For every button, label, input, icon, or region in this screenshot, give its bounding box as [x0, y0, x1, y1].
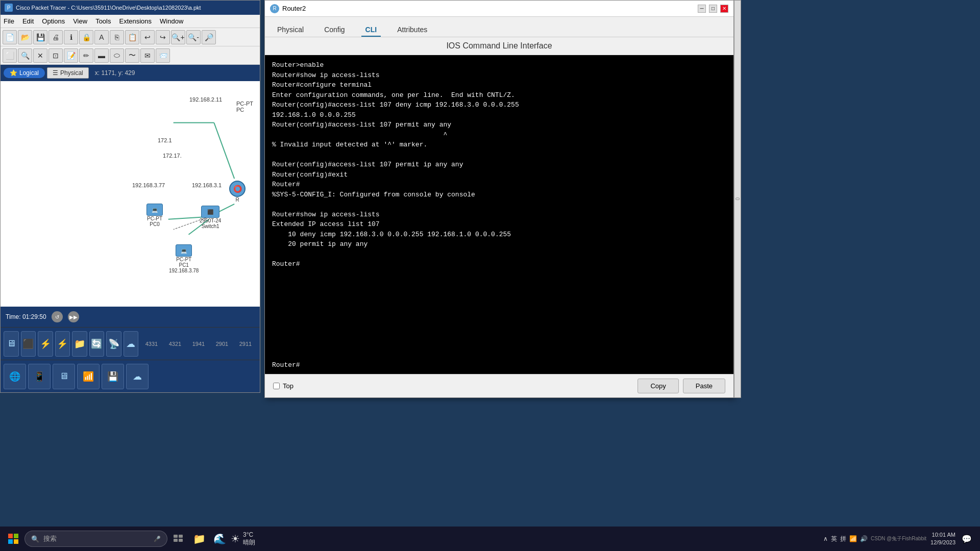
pc0-label2: PC0 [150, 221, 159, 227]
info-btn[interactable]: ℹ [64, 30, 78, 44]
svg-rect-11 [179, 535, 183, 538]
input-method[interactable]: 拼 [840, 535, 846, 543]
tab-attributes[interactable]: Attributes [393, 23, 431, 37]
network-canvas[interactable]: 192.168.2.11 PC-PT PC 172.1 172.17. 192.… [1, 81, 260, 307]
edge-browser-button[interactable]: 🌊 [210, 530, 229, 548]
note-btn[interactable]: 📝 [64, 48, 78, 63]
dev2-network[interactable]: 🌐 [4, 364, 26, 389]
search-btn[interactable]: 🔍 [18, 48, 32, 63]
device-toolbar: 🖥 ⬛ ⚡ ⚡ 📁 🔄 📡 ☁ 4331 4321 1941 2901 2911 [1, 327, 260, 360]
device-cloud-icon[interactable]: ☁ [124, 331, 139, 357]
top-checkbox[interactable] [273, 383, 280, 389]
expand-tray-icon[interactable]: ∧ [823, 535, 828, 542]
device-toolbar2: 🌐 📱 🖥 📶 💾 ☁ [1, 360, 260, 392]
redo-btn[interactable]: ↪ [156, 30, 170, 44]
tab-physical[interactable]: Physical [273, 23, 308, 37]
rect-btn[interactable]: ▬ [94, 48, 109, 63]
menu-file[interactable]: File [4, 17, 14, 25]
menu-tools[interactable]: Tools [95, 17, 111, 25]
paste-topo-btn[interactable]: 📋 [125, 30, 139, 44]
undo-btn[interactable]: ↩ [140, 30, 155, 44]
device-router2-icon[interactable]: 🔄 [89, 331, 105, 357]
play-button[interactable]: ↺ [52, 311, 63, 322]
pencil-btn[interactable]: ✏ [79, 48, 93, 63]
clear-btn[interactable]: ✕ [33, 48, 47, 63]
task-view-button[interactable] [169, 530, 188, 548]
device-hub-icon[interactable]: ⚡ [38, 331, 53, 357]
zoom-out-btn[interactable]: 🔍- [186, 30, 201, 44]
close-button[interactable]: ✕ [720, 5, 728, 13]
svg-rect-12 [174, 539, 178, 542]
top-checkbox-row: Top [273, 382, 293, 390]
copy-button[interactable]: Copy [638, 379, 678, 393]
fast-forward-button[interactable]: ▶▶ [68, 311, 79, 322]
device-pc1[interactable]: 💻 PC-PT PC1 192.168.3.78 [169, 244, 199, 273]
type-4321: 4321 [164, 341, 186, 347]
menu-view[interactable]: View [73, 17, 87, 25]
email-btn[interactable]: ✉ [140, 48, 155, 63]
save-btn[interactable]: 💾 [33, 30, 47, 44]
logical-mode-label: Logical [19, 69, 39, 77]
dev2-cloud[interactable]: ☁ [126, 364, 149, 389]
copy-topo-btn[interactable]: ⎘ [110, 30, 124, 44]
tab-config[interactable]: Config [320, 23, 349, 37]
device-ap-icon[interactable]: 📡 [106, 331, 121, 357]
zoom-reset-btn[interactable]: 🔎 [202, 30, 216, 44]
physical-mode-button[interactable]: ☰ Physical [47, 67, 89, 79]
device-network-icon[interactable]: 🖥 [4, 331, 19, 357]
pdu-btn[interactable]: 📨 [156, 48, 170, 63]
pc1-label2: PC1 [179, 262, 188, 268]
cli-output[interactable]: Router>enable Router#show ip access-list… [265, 55, 733, 359]
device-folder-icon[interactable]: 📁 [72, 331, 87, 357]
left-window: P Cisco Packet Tracer - C:\Users\35911\O… [0, 0, 260, 393]
csdn-label: CSDN @兔子FishRabbit [871, 535, 926, 542]
lock-btn[interactable]: 🔒 [79, 30, 93, 44]
open-btn[interactable]: 📂 [18, 30, 32, 44]
device-switch1[interactable]: ⬛ 2950T-24 Switch1 [200, 206, 221, 229]
dev2-wireless[interactable]: 📶 [77, 364, 100, 389]
menu-window[interactable]: Window [160, 17, 183, 25]
region-btn[interactable]: ⊡ [48, 48, 63, 63]
ellipse-btn[interactable]: ⬭ [110, 48, 124, 63]
new-btn[interactable]: 📄 [3, 30, 17, 44]
freeform-btn[interactable]: 〜 [125, 48, 139, 63]
select-btn[interactable]: ⬜ [3, 48, 17, 63]
dev2-server[interactable]: 🖥 [53, 364, 75, 389]
zoom-in-btn[interactable]: 🔍+ [171, 30, 185, 44]
tab-cli[interactable]: CLI [361, 23, 381, 37]
right-edge-panel[interactable]: 0 [734, 0, 741, 398]
maximize-button[interactable]: □ [709, 5, 717, 13]
device-lightning-icon[interactable]: ⚡ [55, 331, 70, 357]
dev2-storage[interactable]: 💾 [102, 364, 124, 389]
menu-edit[interactable]: Edit [22, 17, 34, 25]
ip-172-1: 172.1 [158, 137, 172, 143]
menu-options[interactable]: Options [42, 17, 65, 25]
device-pc0[interactable]: 💻 PC-PT PC0 [146, 204, 163, 227]
router2-title: Router2 [282, 5, 306, 12]
sys-tray-icons: ∧ 英 拼 📶 🔊 CSDN @兔子FishRabbit [823, 535, 926, 543]
menu-extensions[interactable]: Extensions [119, 17, 152, 25]
file-explorer-button[interactable]: 📁 [190, 530, 208, 548]
clock-date: 12/9/2023 [930, 539, 955, 546]
cli-input[interactable] [300, 361, 726, 369]
paste-button[interactable]: Paste [683, 379, 725, 393]
ip-label-211: 192.168.2.11 [189, 96, 222, 103]
pc1-label1: PC-PT [176, 257, 191, 262]
device-router[interactable]: ⭕ R [229, 181, 246, 203]
notification-button[interactable]: 💬 [958, 530, 976, 548]
datetime-display[interactable]: 10:01 AM 12/9/2023 [930, 531, 955, 547]
weather-widget[interactable]: ☀ 3°C 晴朗 [231, 531, 255, 547]
lang-indicator[interactable]: 英 [831, 535, 837, 543]
device-switch-icon[interactable]: ⬛ [21, 331, 36, 357]
action-buttons: Copy Paste [638, 379, 725, 393]
start-button[interactable] [4, 530, 22, 548]
weather-icon: ☀ [231, 533, 240, 545]
dev2-phone[interactable]: 📱 [28, 364, 51, 389]
logical-mode-button[interactable]: ⭐ Logical [4, 68, 45, 78]
font-btn[interactable]: A [94, 30, 109, 44]
search-bar[interactable]: 🔍 搜索 🎤 [24, 531, 167, 547]
top-label[interactable]: Top [283, 382, 293, 390]
print-btn[interactable]: 🖨 [48, 30, 63, 44]
minimize-button[interactable]: ─ [698, 5, 706, 13]
volume-icon[interactable]: 🔊 [860, 535, 868, 542]
